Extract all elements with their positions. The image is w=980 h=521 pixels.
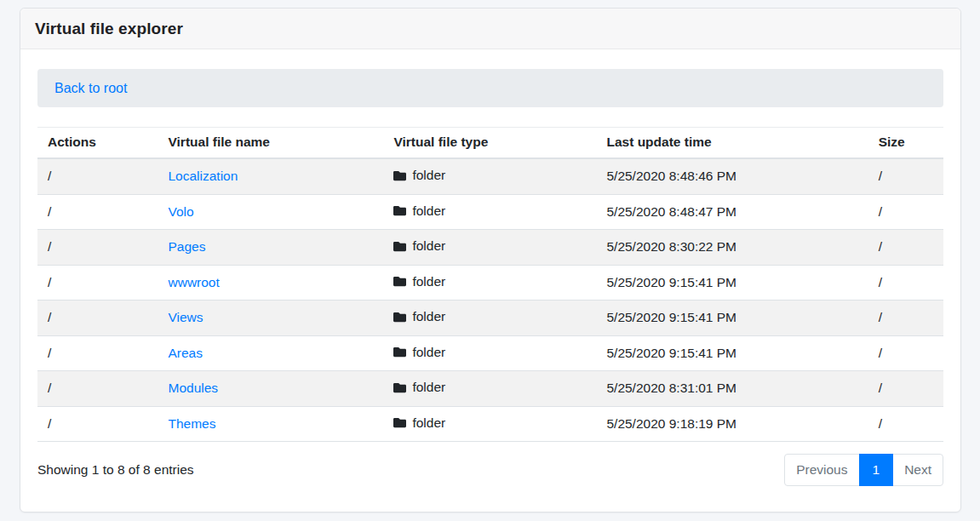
page-title: Virtual file explorer — [35, 20, 946, 38]
file-name-link[interactable]: Themes — [169, 416, 216, 431]
back-to-root-link[interactable]: Back to root — [54, 81, 127, 96]
row-actions: / — [37, 301, 158, 336]
folder-icon — [393, 275, 406, 288]
next-button[interactable]: Next — [892, 454, 943, 486]
file-type: folder — [393, 380, 445, 395]
file-type: folder — [393, 274, 445, 289]
file-type-label: folder — [412, 380, 445, 395]
column-header-type: Virtual file type — [383, 128, 596, 159]
last-update-time: 5/25/2020 8:48:46 PM — [596, 158, 868, 194]
column-header-time: Last update time — [596, 128, 868, 159]
table-row: / Themes folder 5/25/2020 9:18:19 PM / — [37, 406, 943, 442]
file-name-link[interactable]: wwwroot — [169, 275, 220, 289]
table-row: / Views folder 5/25/2020 9:15:41 PM / — [37, 301, 943, 336]
table-row: / Volo folder 5/25/2020 8:48:47 PM / — [37, 194, 943, 230]
row-actions: / — [37, 265, 158, 301]
pagination-next[interactable]: Next — [893, 454, 943, 486]
row-actions: / — [37, 158, 158, 194]
file-type: folder — [393, 168, 445, 183]
file-size: / — [868, 265, 943, 301]
virtual-file-explorer-card: Virtual file explorer Back to root Actio… — [20, 8, 961, 512]
row-actions: / — [37, 194, 158, 230]
last-update-time: 5/25/2020 9:15:41 PM — [596, 301, 868, 336]
pagination: Previous 1 Next — [784, 454, 943, 486]
page-1-button[interactable]: 1 — [859, 454, 894, 486]
row-actions: / — [37, 371, 158, 407]
row-actions: / — [37, 335, 158, 371]
file-type-label: folder — [412, 168, 445, 183]
file-type: folder — [393, 238, 445, 254]
folder-icon — [393, 204, 406, 217]
table-row: / Localization folder 5/25/2020 8:48:46 … — [37, 158, 943, 194]
file-type-label: folder — [412, 309, 445, 324]
folder-icon — [393, 381, 406, 394]
last-update-time: 5/25/2020 9:15:41 PM — [596, 265, 868, 301]
file-type-label: folder — [412, 345, 445, 360]
file-type: folder — [393, 345, 445, 360]
file-type: folder — [393, 415, 445, 431]
folder-icon — [393, 416, 406, 429]
file-size: / — [868, 230, 943, 266]
folder-icon — [393, 311, 406, 323]
file-size: / — [868, 335, 943, 371]
file-table: Actions Virtual file name Virtual file t… — [37, 127, 943, 442]
row-actions: / — [37, 406, 158, 442]
file-table-head: Actions Virtual file name Virtual file t… — [37, 128, 943, 159]
pagination-page-1[interactable]: 1 — [860, 454, 894, 486]
table-row: / wwwroot folder 5/25/2020 9:15:41 PM / — [37, 265, 943, 301]
card-header: Virtual file explorer — [20, 9, 960, 49]
file-name-link[interactable]: Pages — [169, 239, 206, 254]
file-name-link[interactable]: Modules — [169, 381, 219, 395]
file-type: folder — [393, 309, 445, 324]
file-name-link[interactable]: Areas — [169, 346, 203, 360]
file-name-link[interactable]: Localization — [169, 169, 238, 183]
folder-icon — [393, 169, 406, 182]
file-name-link[interactable]: Views — [169, 310, 203, 324]
previous-button[interactable]: Previous — [784, 454, 859, 486]
table-row: / Areas folder 5/25/2020 9:15:41 PM / — [37, 335, 943, 371]
breadcrumb: Back to root — [37, 69, 943, 107]
table-footer: Showing 1 to 8 of 8 entries Previous 1 N… — [37, 454, 943, 512]
file-type: folder — [393, 203, 445, 219]
file-type-label: folder — [412, 238, 445, 254]
entries-summary: Showing 1 to 8 of 8 entries — [37, 462, 194, 478]
folder-icon — [393, 240, 406, 253]
column-header-actions: Actions — [37, 128, 158, 159]
file-type-label: folder — [412, 415, 445, 431]
row-actions: / — [37, 230, 158, 266]
file-size: / — [868, 158, 943, 194]
file-name-link[interactable]: Volo — [169, 204, 194, 219]
file-size: / — [868, 406, 943, 442]
folder-icon — [393, 346, 406, 358]
column-header-size: Size — [868, 128, 943, 159]
file-table-body: / Localization folder 5/25/2020 8:48:46 … — [37, 158, 943, 442]
file-size: / — [868, 301, 943, 336]
last-update-time: 5/25/2020 9:15:41 PM — [596, 335, 868, 371]
file-size: / — [868, 194, 943, 230]
last-update-time: 5/25/2020 8:31:01 PM — [596, 371, 868, 407]
last-update-time: 5/25/2020 8:48:47 PM — [596, 194, 868, 230]
file-type-label: folder — [412, 203, 445, 219]
pagination-previous[interactable]: Previous — [784, 454, 859, 486]
table-row: / Modules folder 5/25/2020 8:31:01 PM / — [37, 371, 943, 407]
file-type-label: folder — [412, 274, 445, 289]
table-row: / Pages folder 5/25/2020 8:30:22 PM / — [37, 230, 943, 266]
last-update-time: 5/25/2020 8:30:22 PM — [596, 230, 868, 266]
card-body: Back to root Actions Virtual file name V… — [20, 49, 960, 512]
column-header-name: Virtual file name — [158, 128, 384, 159]
last-update-time: 5/25/2020 9:18:19 PM — [596, 406, 868, 442]
file-size: / — [868, 371, 943, 407]
